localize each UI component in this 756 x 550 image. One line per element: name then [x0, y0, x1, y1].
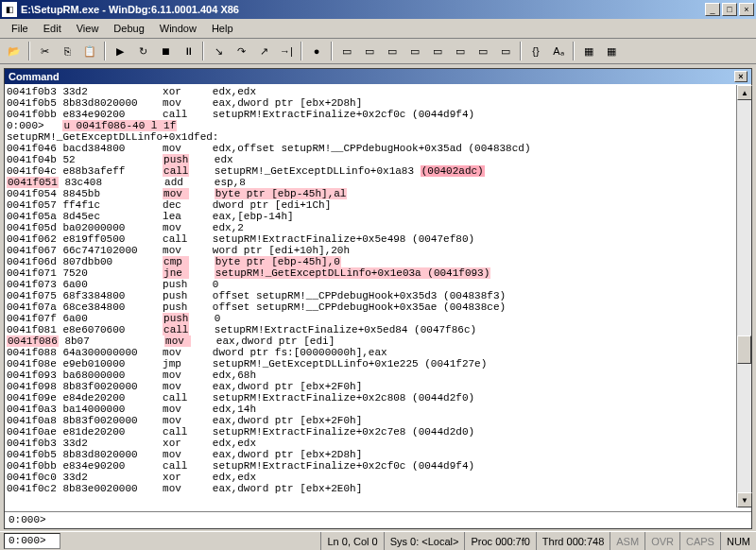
disasm-line: 0041f0b3 33d2 xor edx,edx: [7, 86, 749, 97]
step-into-icon[interactable]: ↘: [208, 41, 229, 61]
disasm-line: 0041f0c0 33d2 xor edx,edx: [7, 472, 749, 483]
disasm-line: 0041f0b5 8b83d8020000 mov eax,dword ptr …: [7, 97, 749, 109]
disasm-line: 0041f05d ba02000000 mov edx,2: [7, 222, 749, 233]
command-prompt[interactable]: 0:000>: [5, 511, 751, 528]
arrange-icon[interactable]: ▦: [601, 41, 622, 61]
status-sys: Sys 0: <Local>: [384, 532, 465, 550]
paste-icon[interactable]: 📋: [79, 41, 100, 61]
disassembly-output[interactable]: 0041f0b3 33d2 xor edx,edx0041f0b5 8b83d8…: [5, 84, 751, 511]
disasm-line: 0041f0ae e81de20200 call setupRM!Extract…: [7, 426, 749, 438]
disasm-line: 0041f08e e9eb010000 jmp setupRM!_GetExce…: [7, 358, 749, 370]
disasm-line: 0:000> u 0041f086-40 l 1f: [7, 120, 749, 131]
disasm-line: 0041f0bb e834e90200 call setupRM!Extract…: [7, 460, 749, 472]
disasm-line: 0041f06d 807dbb00 cmp byte ptr [ebp-45h]…: [7, 256, 749, 267]
scroll-up-icon[interactable]: ▲: [737, 85, 752, 100]
registers-window-icon[interactable]: ▭: [404, 41, 425, 61]
disasm-line: 0041f071 7520 jne setupRM!_GetExceptDLLi…: [7, 267, 749, 279]
status-prompt[interactable]: 0:000>: [4, 533, 60, 549]
disasm-line: 0041f086 8b07 mov eax,dword ptr [edi]: [7, 335, 749, 347]
disasm-line: 0041f088 64a300000000 mov dword ptr fs:[…: [7, 347, 749, 358]
prompt-text: 0:000>: [9, 514, 46, 525]
go-icon[interactable]: ▶: [110, 41, 130, 61]
copy-icon[interactable]: ⎘: [57, 41, 77, 61]
disasm-line: 0041f0a8 8b83f0020000 mov eax,dword ptr …: [7, 415, 749, 426]
disasm-line: 0041f0bb e834e90200 call setupRM!Extract…: [7, 109, 749, 120]
watch-window-icon[interactable]: ▭: [359, 41, 380, 61]
minimize-button[interactable]: _: [705, 3, 720, 16]
menu-debug[interactable]: Debug: [106, 21, 151, 36]
disasm-line: 0041f051 83c408 add esp,8: [7, 177, 749, 188]
disasm-line: 0041f081 e8e6070600 call setupRM!Extract…: [7, 324, 749, 335]
options-icon[interactable]: ▦: [578, 41, 599, 61]
disasm-line: 0041f0a3 ba14000000 mov edx,14h: [7, 404, 749, 415]
vertical-scrollbar[interactable]: ▲ ▼: [736, 85, 751, 507]
disasm-line: 0041f04b 52 push edx: [7, 154, 749, 165]
disasm-line: 0041f075 68f3384800 push offset setupRM!…: [7, 290, 749, 301]
maximize-button[interactable]: □: [722, 3, 737, 16]
breakpoint-icon[interactable]: ●: [306, 41, 327, 61]
stop-icon[interactable]: ⏹: [155, 41, 176, 61]
statusbar: 0:000> Ln 0, Col 0 Sys 0: <Local> Proc 0…: [0, 531, 756, 550]
disasm-line: 0041f09e e84de20200 call setupRM!Extract…: [7, 392, 749, 404]
disasm-line: 0041f073 6a00 push 0: [7, 279, 749, 290]
close-button[interactable]: ×: [739, 3, 754, 16]
menubar: File Edit View Debug Window Help: [0, 19, 756, 39]
status-ovr: OVR: [644, 532, 679, 550]
disasm-line: 0041f067 66c747102000 mov word ptr [edi+…: [7, 245, 749, 256]
disasm-line: 0041f093 ba68000000 mov edx,68h: [7, 370, 749, 381]
disasm-line: 0041f07a 68ce384800 push offset setupRM!…: [7, 301, 749, 313]
run-to-cursor-icon[interactable]: →|: [276, 41, 297, 61]
menu-edit[interactable]: Edit: [36, 21, 69, 36]
scratch-window-icon[interactable]: ▭: [495, 41, 516, 61]
menu-file[interactable]: File: [4, 21, 36, 36]
disasm-line: 0041f046 bacd384800 mov edx,offset setup…: [7, 143, 749, 154]
disasm-line: 0041f0b5 8b83d8020000 mov eax,dword ptr …: [7, 449, 749, 460]
disasm-line: 0041f05a 8d45ec lea eax,[ebp-14h]: [7, 211, 749, 222]
locals-window-icon[interactable]: ▭: [382, 41, 403, 61]
disasm-line: setupRM!_GetExceptDLLinfo+0x1dfed:: [7, 131, 749, 143]
status-asm: ASM: [610, 532, 644, 550]
menu-view[interactable]: View: [69, 21, 107, 36]
step-out-icon[interactable]: ↗: [253, 41, 274, 61]
cut-icon[interactable]: ✂: [34, 41, 55, 61]
disasm-line: 0041f0c2 8b83e0020000 mov eax,dword ptr …: [7, 483, 749, 494]
status-thrd: Thrd 000:748: [536, 532, 610, 550]
titlebar: ◧ E:\SetupRM.exe - WinDbg:6.11.0001.404 …: [0, 0, 756, 19]
disasm-line: 0041f098 8b83f0020000 mov eax,dword ptr …: [7, 381, 749, 392]
window-title: E:\SetupRM.exe - WinDbg:6.11.0001.404 X8…: [21, 4, 705, 15]
toolbar: 📂 ✂ ⎘ 📋 ▶ ↻ ⏹ ⏸ ↘ ↷ ↗ →| ● ▭ ▭ ▭ ▭ ▭ ▭ ▭…: [0, 39, 756, 64]
status-num: NUM: [720, 532, 756, 550]
command-titlebar: Command ×: [5, 69, 751, 84]
disasm-line: 0041f0b3 33d2 xor edx,edx: [7, 438, 749, 449]
command-close-button[interactable]: ×: [734, 71, 747, 82]
status-lncol: Ln 0, Col 0: [320, 532, 383, 550]
open-icon[interactable]: 📂: [4, 41, 25, 61]
disasm-line: 0041f057 ff4f1c dec dword ptr [edi+1Ch]: [7, 199, 749, 211]
menu-help[interactable]: Help: [204, 21, 241, 36]
disasm-line: 0041f062 e819ff0500 call setupRM!Extract…: [7, 233, 749, 245]
font-icon[interactable]: Aₐ: [548, 41, 569, 61]
disasm-line: 0041f054 8845bb mov byte ptr [ebp-45h],a…: [7, 188, 749, 199]
scroll-down-icon[interactable]: ▼: [737, 492, 752, 507]
memory-window-icon[interactable]: ▭: [427, 41, 448, 61]
disasm-line: 0041f07f 6a00 push 0: [7, 313, 749, 324]
scroll-thumb[interactable]: [737, 335, 751, 364]
command-window: Command × 0041f0b3 33d2 xor edx,edx0041f…: [4, 68, 752, 529]
command-window-icon[interactable]: ▭: [336, 41, 357, 61]
status-caps: CAPS: [679, 532, 720, 550]
restart-icon[interactable]: ↻: [132, 41, 153, 61]
break-icon[interactable]: ⏸: [178, 41, 198, 61]
status-proc: Proc 000:7f0: [464, 532, 535, 550]
step-over-icon[interactable]: ↷: [231, 41, 251, 61]
callstack-window-icon[interactable]: ▭: [450, 41, 471, 61]
menu-window[interactable]: Window: [152, 21, 204, 36]
source-mode-icon[interactable]: {}: [525, 41, 546, 61]
app-icon: ◧: [2, 2, 17, 17]
disasm-window-icon[interactable]: ▭: [472, 41, 493, 61]
command-title: Command: [9, 71, 734, 82]
disasm-line: 0041f04c e88b3afeff call setupRM!_GetExc…: [7, 165, 749, 177]
